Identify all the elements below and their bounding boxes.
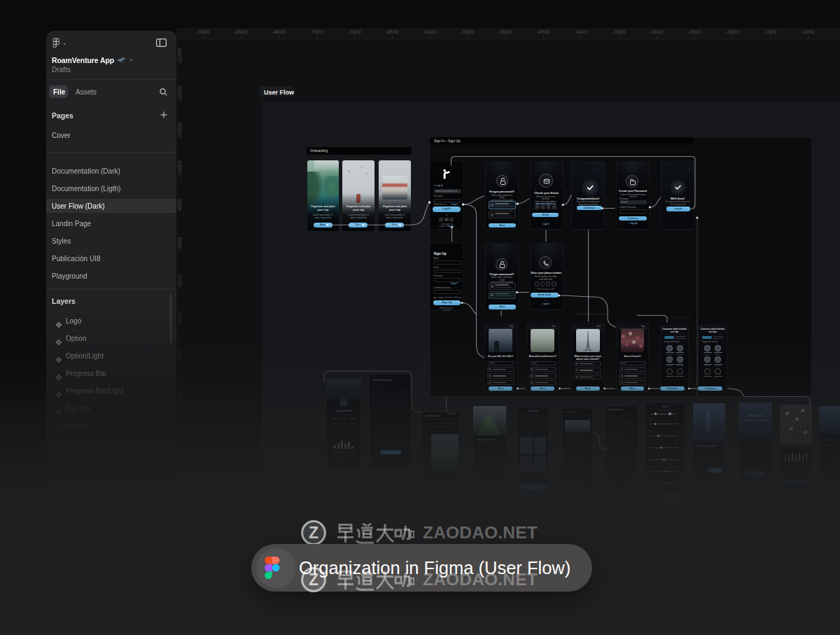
svg-text:Z: Z — [309, 571, 318, 589]
